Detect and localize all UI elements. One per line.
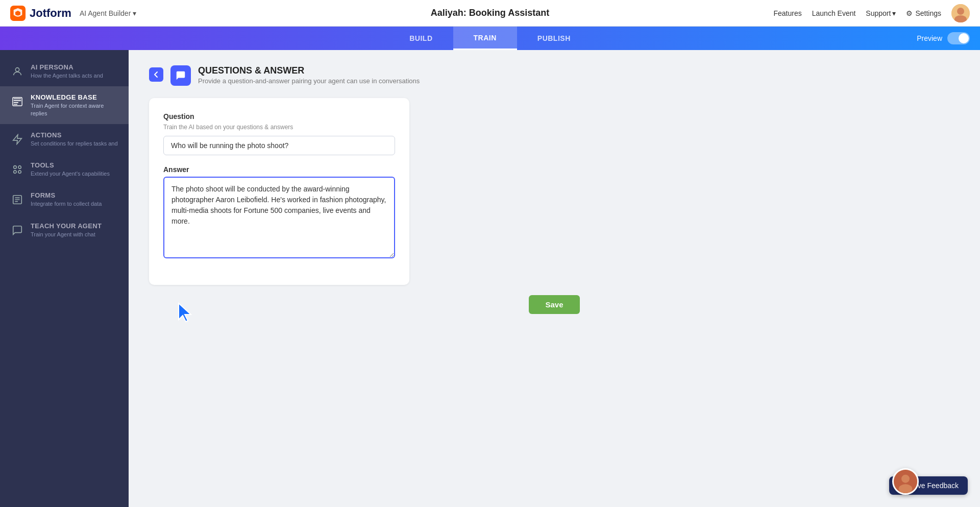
support-chevron-icon: ▾ — [892, 9, 896, 17]
sidebar-item-tools[interactable]: TOOLS Extend your Agent's capabilities — [0, 154, 129, 184]
question-input[interactable] — [163, 136, 395, 155]
qa-form-card: Question Train the AI based on your ques… — [149, 98, 409, 285]
knowledge-base-text: KNOWLEDGE BASE Train Agent for context a… — [31, 93, 118, 117]
tab-publish[interactable]: PUBLISH — [517, 27, 591, 50]
preview-toggle[interactable] — [947, 32, 970, 44]
forms-text: FORMS Integrate form to collect data — [31, 191, 102, 207]
save-button[interactable]: Save — [529, 295, 579, 314]
section-header: QUESTIONS & ANSWER Provide a question-an… — [149, 65, 960, 86]
cursor-arrow — [177, 302, 195, 326]
launch-event-link[interactable]: Launch Event — [812, 9, 856, 17]
content-area: QUESTIONS & ANSWER Provide a question-an… — [129, 50, 980, 507]
sidebar-item-knowledge-base[interactable]: KNOWLEDGE BASE Train Agent for context a… — [0, 86, 129, 124]
tab-bar: BUILD TRAIN PUBLISH Preview — [0, 27, 980, 50]
gear-icon: ⚙ — [906, 9, 913, 17]
top-nav: Jotform AI Agent Builder ▾ Aaliyah: Book… — [0, 0, 980, 27]
logo-area: Jotform — [10, 6, 71, 21]
svg-point-14 — [899, 484, 913, 493]
settings-label: Settings — [915, 9, 941, 17]
sidebar-item-actions[interactable]: ACTIONS Set conditions for replies tasks… — [0, 124, 129, 154]
ai-agent-builder-btn[interactable]: AI Agent Builder ▾ — [80, 9, 136, 17]
answer-label: Answer — [163, 165, 395, 174]
mouse-cursor-icon — [177, 302, 195, 324]
back-button[interactable] — [149, 67, 163, 82]
back-arrow-icon — [153, 71, 160, 78]
chevron-down-icon: ▾ — [133, 9, 136, 17]
qa-title-group: QUESTIONS & ANSWER Provide a question-an… — [198, 65, 420, 85]
user-chat-avatar — [892, 468, 919, 495]
tools-text: TOOLS Extend your Agent's capabilities — [31, 161, 110, 177]
qa-title: QUESTIONS & ANSWER — [198, 65, 420, 76]
sidebar-item-forms[interactable]: FORMS Integrate form to collect data — [0, 184, 129, 214]
sidebar-item-teach-agent[interactable]: TEACH YOUR AGENT Train your Agent with c… — [0, 215, 129, 245]
settings-button[interactable]: ⚙ Settings — [906, 9, 941, 17]
user-avatar[interactable] — [951, 4, 970, 22]
jotform-logo-icon — [10, 6, 26, 21]
tools-icon — [10, 162, 24, 177]
save-row: Save — [149, 295, 960, 314]
features-link[interactable]: Features — [773, 9, 801, 17]
chat-bubble-icon — [175, 70, 186, 81]
sidebar: AI PERSONA How the Agent talks acts and … — [0, 50, 129, 507]
question-sublabel: Train the AI based on your questions & a… — [163, 124, 395, 131]
teach-agent-text: TEACH YOUR AGENT Train your Agent with c… — [31, 222, 102, 238]
tab-build[interactable]: BUILD — [389, 27, 453, 50]
preview-label: Preview — [917, 34, 942, 42]
ai-agent-builder-label: AI Agent Builder — [80, 9, 131, 17]
svg-point-7 — [18, 166, 21, 169]
preview-area: Preview — [917, 32, 970, 44]
sidebar-item-ai-persona[interactable]: AI PERSONA How the Agent talks acts and — [0, 56, 129, 86]
teach-agent-icon — [10, 223, 24, 237]
ai-persona-icon — [10, 64, 24, 79]
question-label: Question — [163, 112, 395, 120]
svg-point-9 — [18, 171, 21, 174]
support-dropdown[interactable]: Support ▾ — [866, 9, 896, 17]
answer-field-group: Answer — [163, 165, 395, 260]
toggle-thumb — [959, 33, 969, 43]
support-label: Support — [866, 9, 891, 17]
question-field-group: Question Train the AI based on your ques… — [163, 112, 395, 155]
svg-point-4 — [15, 68, 19, 71]
svg-point-13 — [901, 475, 910, 483]
tab-list: BUILD TRAIN PUBLISH — [389, 27, 591, 50]
page-title: Aaliyah: Booking Assistant — [431, 8, 549, 18]
actions-icon — [10, 132, 24, 147]
qa-subtitle: Provide a question-and-answer pairing yo… — [198, 77, 420, 85]
svg-point-2 — [957, 8, 964, 15]
user-avatar-image — [894, 470, 917, 493]
ai-persona-text: AI PERSONA How the Agent talks acts and — [31, 63, 103, 79]
main-layout: AI PERSONA How the Agent talks acts and … — [0, 50, 980, 507]
actions-text: ACTIONS Set conditions for replies tasks… — [31, 131, 118, 147]
logo-text: Jotform — [30, 7, 71, 20]
knowledge-base-icon — [10, 94, 24, 109]
svg-marker-11 — [179, 303, 191, 322]
forms-icon — [10, 192, 24, 207]
qa-icon — [170, 65, 191, 86]
tab-train[interactable]: TRAIN — [453, 27, 517, 50]
avatar-image — [951, 4, 970, 22]
svg-point-8 — [14, 171, 17, 174]
nav-right: Features Launch Event Support ▾ ⚙ Settin… — [773, 4, 970, 22]
answer-textarea[interactable] — [163, 177, 395, 258]
svg-point-6 — [14, 166, 17, 169]
